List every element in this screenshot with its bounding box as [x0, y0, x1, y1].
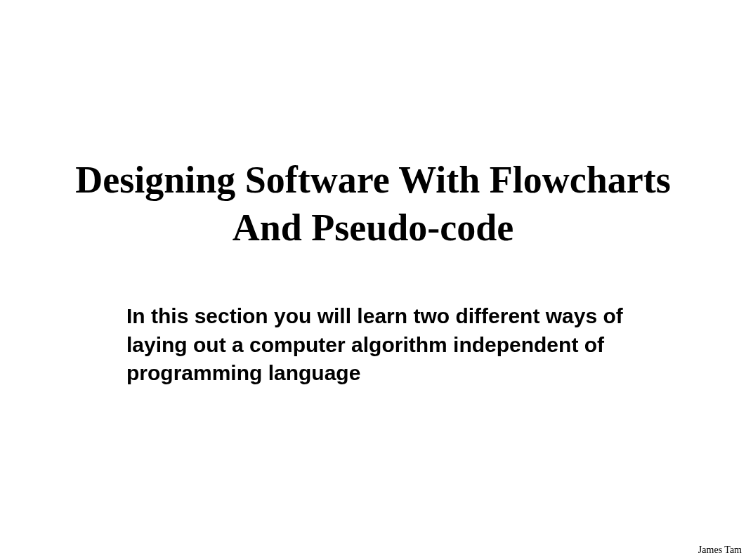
slide-footer: James Tam — [698, 545, 742, 556]
slide-title: Designing Software With Flowcharts And P… — [57, 157, 689, 252]
slide-container: Designing Software With Flowcharts And P… — [0, 0, 746, 560]
slide-body: In this section you will learn two diffe… — [126, 302, 632, 388]
